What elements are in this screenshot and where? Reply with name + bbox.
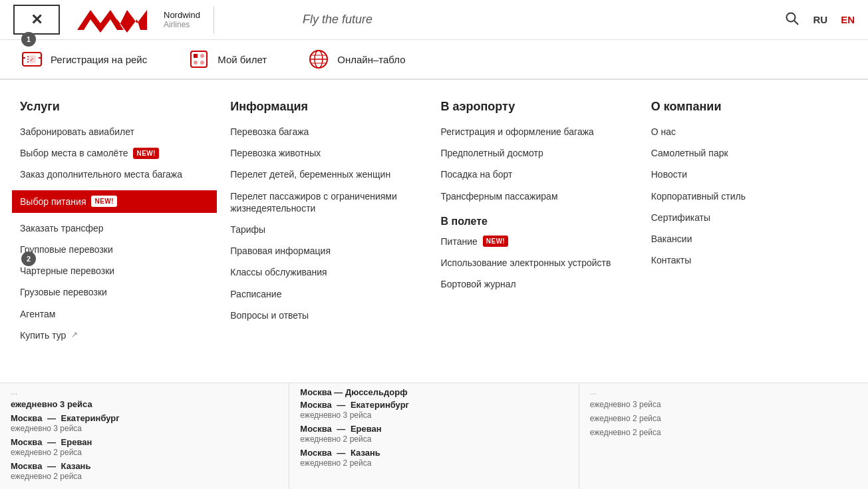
logo-text: Nordwind Airlines	[164, 10, 200, 30]
news-item[interactable]: Новости	[651, 168, 848, 180]
boarding-icon	[187, 47, 211, 71]
buy-tour-item[interactable]: Купить тур ↗	[20, 329, 217, 341]
subnav-myticket-label: Мой билет	[217, 54, 267, 65]
seat-select-item[interactable]: Выбор места в самолёте NEW!	[20, 147, 217, 159]
main-menu: 2 Услуги Забронировать авиабилет Выбор м…	[0, 80, 868, 364]
subnav-board-label: Онлайн–табло	[337, 54, 405, 65]
flight-row: Москва — Казань ежедневно 2 рейса	[300, 448, 567, 468]
subnav-myticket[interactable]: Мой билет	[187, 47, 267, 71]
vacancies-item[interactable]: Вакансии	[651, 233, 848, 245]
subnav-checkin-label: Регистрация на рейс	[51, 54, 147, 65]
flight-row: Москва — Екатеринбург ежедневно 3 рейса	[300, 400, 567, 420]
preflight-item[interactable]: Предполетный досмотр	[441, 147, 638, 159]
transfer-pax-item[interactable]: Трансферным пассажирам	[441, 190, 638, 202]
meal-choice-item[interactable]: Выбор питания NEW!	[12, 190, 217, 213]
ticket-icon: ✓	[20, 47, 44, 71]
services-title: Услуги	[20, 100, 217, 114]
journal-item[interactable]: Бортовой журнал	[441, 278, 638, 290]
tagline: Fly the future	[303, 13, 372, 27]
header: 1 ✕ Nordwind Airlines Fly the future RU …	[0, 0, 868, 40]
flight-row: Москва — Ереван ежедневно 2 рейса	[11, 437, 278, 457]
lang-ru-button[interactable]: RU	[813, 14, 827, 25]
checkin-baggage-item[interactable]: Регистрация и оформление багажа	[441, 126, 638, 138]
svg-text:✓: ✓	[30, 57, 34, 62]
airport-title: В аэропорту	[441, 100, 638, 114]
information-col: Информация Перевозка багажа Перевозка жи…	[230, 100, 440, 351]
logo-icon	[71, 5, 157, 35]
svg-line-3	[794, 21, 798, 25]
svg-rect-13	[194, 54, 198, 58]
transfer-item[interactable]: Заказать трансфер	[20, 222, 217, 234]
flight-row: Москва — Ереван ежедневно 2 рейса	[300, 424, 567, 444]
seat-select-badge: NEW!	[133, 148, 159, 159]
airport-col: В аэропорту Регистрация и оформление баг…	[441, 100, 651, 351]
information-title: Информация	[230, 100, 427, 114]
faq-item[interactable]: Вопросы и ответы	[230, 309, 427, 321]
lang-en-button[interactable]: EN	[841, 14, 855, 25]
flight-row: Москва — Казань ежедневно 2 рейса	[11, 461, 278, 481]
subnav-board[interactable]: Онлайн–табло	[307, 47, 405, 71]
legal-item[interactable]: Правовая информация	[230, 245, 427, 257]
inflight-food-item[interactable]: Питание NEW!	[441, 236, 638, 247]
flights-col2-header: Москва — Дюссельдорф	[300, 387, 567, 397]
electronics-item[interactable]: Использование электронных устройств	[441, 257, 638, 269]
flights-fade: ...	[11, 387, 278, 397]
svg-point-10	[200, 54, 204, 58]
services-col: Услуги Забронировать авиабилет Выбор мес…	[20, 100, 230, 351]
meal-choice-badge: NEW!	[91, 196, 117, 207]
svg-marker-0	[77, 10, 124, 33]
tariffs-item[interactable]: Тарифы	[230, 224, 427, 236]
extra-baggage-item[interactable]: Заказ дополнительного места багажа	[20, 168, 217, 180]
search-button[interactable]	[785, 11, 799, 29]
close-button[interactable]: ✕	[13, 5, 60, 35]
svg-point-11	[194, 61, 198, 65]
classes-item[interactable]: Классы обслуживания	[230, 266, 427, 278]
badge-2: 2	[21, 251, 36, 266]
children-item[interactable]: Перелет детей, беременных женщин	[230, 168, 427, 180]
agents-item[interactable]: Агентам	[20, 308, 217, 320]
certs-item[interactable]: Сертификаты	[651, 212, 848, 224]
charter-item[interactable]: Чартерные перевозки	[20, 265, 217, 277]
globe-icon	[307, 47, 331, 71]
search-icon	[785, 11, 799, 26]
flights-col-3: ... ежедневно 3 рейса ежедневно 2 рейса …	[579, 383, 868, 489]
flights-col-2: Москва — Дюссельдорф Москва — Екатеринбу…	[289, 383, 579, 489]
book-ticket-item[interactable]: Забронировать авиабилет	[20, 126, 217, 138]
animals-item[interactable]: Перевозка животных	[230, 147, 427, 159]
contacts-item[interactable]: Контакты	[651, 254, 848, 266]
flight-row: ежедневно 2 рейса	[590, 413, 857, 423]
schedule-item[interactable]: Расписание	[230, 288, 427, 300]
about-item[interactable]: О нас	[651, 126, 848, 138]
badge-1: 1	[21, 32, 36, 47]
flight-row: ежедневно 2 рейса	[590, 427, 857, 437]
subnav-checkin[interactable]: ✓ Регистрация на рейс	[20, 47, 147, 71]
svg-point-12	[200, 61, 204, 65]
flights-col-1: ... ежедневно 3 рейса Москва — Екатеринб…	[0, 383, 289, 489]
boarding-item[interactable]: Посадка на борт	[441, 168, 638, 180]
svg-rect-8	[191, 51, 207, 67]
flight-row: ежедневно 3 рейса	[11, 399, 278, 409]
header-divider	[214, 7, 214, 33]
group-item[interactable]: Групповые перевозки	[20, 244, 217, 255]
flight-row: ежедневно 3 рейса	[590, 399, 857, 409]
fleet-item[interactable]: Самолетный парк	[651, 147, 848, 159]
logo: Nordwind Airlines	[71, 5, 200, 35]
company-col: О компании О нас Самолетный парк Новости…	[651, 100, 848, 351]
company-title: О компании	[651, 100, 848, 114]
header-right: RU EN	[785, 11, 855, 29]
flight-row: Москва — Екатеринбург ежедневно 3 рейса	[11, 413, 278, 433]
inflight-title: В полете	[441, 216, 638, 228]
external-link-icon: ↗	[71, 330, 78, 341]
baggage-item[interactable]: Перевозка багажа	[230, 126, 427, 138]
cargo-item[interactable]: Грузовые перевозки	[20, 286, 217, 298]
disabled-item[interactable]: Перелет пассажиров с ограничениями жизне…	[230, 190, 427, 214]
corp-style-item[interactable]: Корпоративный стиль	[651, 190, 848, 202]
flights-bar: ... ежедневно 3 рейса Москва — Екатеринб…	[0, 383, 868, 489]
subnav: ✓ Регистрация на рейс Мой билет Онлайн–т…	[0, 40, 868, 80]
inflight-food-badge: NEW!	[483, 236, 509, 247]
svg-point-2	[787, 13, 796, 21]
